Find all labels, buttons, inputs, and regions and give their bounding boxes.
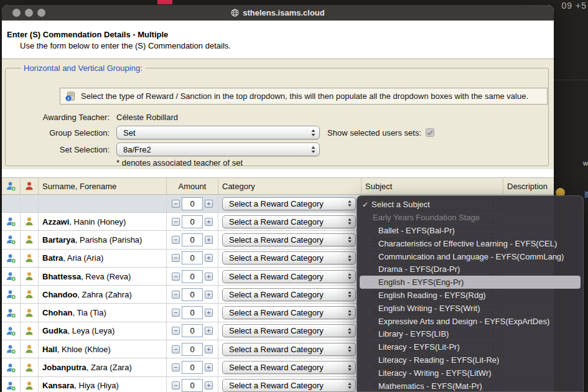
amount-input[interactable]: [182, 361, 203, 374]
category-select[interactable]: Select a Reward Category: [222, 324, 356, 337]
category-select[interactable]: Select a Reward Category: [222, 306, 356, 319]
amount-decrement-button[interactable]: −: [172, 309, 180, 317]
category-select[interactable]: Select a Reward Category: [222, 288, 356, 301]
student-forename: , Tia (Tia): [72, 308, 106, 317]
user-avatar-cell[interactable]: [21, 286, 39, 303]
subject-menu-item[interactable]: Ballet - EYFS(Bal-Pr): [357, 224, 584, 237]
user-avatar-cell[interactable]: [21, 250, 39, 267]
column-user-remove[interactable]: [21, 178, 39, 194]
user-avatar-cell[interactable]: [21, 358, 39, 376]
user-avatar-cell[interactable]: [21, 340, 39, 358]
student-forename: , Reva (Reva): [81, 272, 131, 281]
amount-input[interactable]: [182, 343, 203, 356]
user-avatar-cell[interactable]: [21, 322, 39, 340]
column-amount[interactable]: Amount: [167, 178, 218, 194]
subject-menu-item[interactable]: English Writing - EYFS(Writ): [357, 302, 584, 315]
user-avatar-cell[interactable]: [21, 213, 39, 230]
amount-decrement-button[interactable]: −: [172, 291, 180, 299]
show-sets-checkbox[interactable]: [426, 128, 434, 137]
column-name[interactable]: Surname, Forename: [39, 178, 167, 194]
amount-decrement-button[interactable]: −: [172, 363, 180, 371]
amount-increment-button[interactable]: +: [205, 309, 213, 317]
column-category[interactable]: Category: [218, 178, 362, 194]
category-select[interactable]: Select a Reward Category: [222, 233, 356, 246]
category-select[interactable]: Select a Reward Category: [222, 251, 356, 264]
subject-menu-item[interactable]: Literacy - Reading - EYFS(Lit-Re): [357, 353, 584, 366]
subject-menu-item[interactable]: Literacy - Writing - EYFS(LitWr): [357, 366, 584, 380]
amount-decrement-button[interactable]: −: [172, 273, 180, 281]
user-avatar-cell[interactable]: [21, 268, 39, 285]
column-user-add[interactable]: [2, 178, 21, 194]
user-add-cell[interactable]: [2, 340, 21, 358]
info-text: Select the type of Reward / Sanction in …: [81, 91, 528, 101]
subject-menu-item[interactable]: Mathematics - EYFS(Mat-Pr): [357, 380, 584, 392]
amount-increment-button[interactable]: +: [205, 381, 213, 390]
amount-input[interactable]: [182, 197, 203, 210]
titlebar[interactable]: sthelens.isams.cloud: [2, 5, 554, 21]
amount-increment-button[interactable]: +: [205, 291, 213, 299]
subject-menu-item[interactable]: Early Years Foundation Stage: [357, 211, 584, 224]
user-add-cell[interactable]: [2, 268, 21, 285]
amount-increment-button[interactable]: +: [205, 327, 213, 335]
amount-input[interactable]: [182, 306, 203, 319]
amount-decrement-button[interactable]: −: [172, 345, 180, 353]
amount-decrement-button[interactable]: −: [172, 218, 180, 226]
amount-increment-button[interactable]: +: [205, 236, 213, 244]
amount-increment-button[interactable]: +: [205, 218, 213, 226]
amount-decrement-button[interactable]: −: [172, 200, 180, 208]
amount-input[interactable]: [182, 288, 203, 301]
user-female-icon: [24, 344, 34, 354]
subject-menu-item[interactable]: Library - EYFS(LIB): [357, 328, 584, 341]
user-add-cell[interactable]: [2, 322, 21, 340]
group-selection-select[interactable]: Set: [116, 126, 320, 139]
student-forename: , Aria (Aria): [63, 253, 103, 263]
column-subject[interactable]: Subject: [362, 178, 503, 194]
user-add-cell[interactable]: [2, 304, 21, 321]
amount-increment-button[interactable]: +: [205, 363, 213, 371]
column-description[interactable]: Description: [503, 178, 554, 194]
user-add-cell[interactable]: [2, 377, 21, 392]
user-add-cell[interactable]: [2, 231, 21, 248]
amount-decrement-button[interactable]: −: [172, 254, 180, 262]
subject-menu-item[interactable]: Drama - EYFS(Dra-Pr): [357, 263, 584, 276]
user-add-cell[interactable]: [2, 250, 21, 267]
user-add-cell[interactable]: [2, 358, 21, 376]
subject-menu-item[interactable]: Expressive Arts and Design - EYFS(ExpArt…: [357, 315, 584, 328]
category-select[interactable]: Select a Reward Category: [222, 215, 356, 228]
category-select[interactable]: Select a Reward Category: [222, 379, 356, 392]
subject-menu-item[interactable]: English Reading - EYFS(Rdg): [357, 289, 584, 302]
amount-input[interactable]: [182, 379, 203, 392]
amount-decrement-button[interactable]: −: [172, 381, 180, 390]
amount-decrement-button[interactable]: −: [172, 236, 180, 244]
amount-input[interactable]: [182, 270, 203, 283]
category-select[interactable]: Select a Reward Category: [222, 361, 356, 374]
user-add-icon: [6, 271, 16, 281]
set-selection-select[interactable]: 8a/Fre2: [116, 142, 320, 156]
category-select[interactable]: Select a Reward Category: [222, 270, 356, 283]
amount-increment-button[interactable]: +: [205, 200, 213, 208]
subject-menu-item[interactable]: Characteristics of Effective Learning - …: [357, 237, 584, 250]
user-avatar-cell[interactable]: [21, 231, 39, 248]
category-select[interactable]: Select a Reward Category: [222, 197, 356, 210]
user-avatar-cell[interactable]: [21, 304, 39, 321]
amount-increment-button[interactable]: +: [205, 273, 213, 281]
user-avatar-cell[interactable]: [21, 377, 39, 392]
amount-input[interactable]: [182, 215, 203, 228]
background-link-fragment[interactable]: it: [585, 190, 588, 197]
amount-cell: −+: [167, 195, 218, 212]
amount-increment-button[interactable]: +: [205, 254, 213, 262]
user-add-cell[interactable]: [2, 286, 21, 303]
amount-input[interactable]: [182, 324, 203, 337]
subject-menu-item[interactable]: Literacy - EYFS(Lit-Pr): [357, 340, 584, 353]
subject-menu-item[interactable]: English - EYFS(Eng-Pr): [360, 276, 581, 289]
subject-menu-item[interactable]: ✓Select a Subject: [357, 198, 584, 212]
user-add-cell[interactable]: [2, 213, 21, 230]
amount-input[interactable]: [182, 233, 203, 246]
amount-increment-button[interactable]: +: [205, 345, 213, 353]
student-surname: Kansara: [42, 381, 74, 390]
amount-input[interactable]: [182, 251, 203, 264]
category-select[interactable]: Select a Reward Category: [222, 343, 356, 356]
amount-decrement-button[interactable]: −: [172, 327, 180, 335]
subject-menu-item[interactable]: Communication and Language - EYFS(CommLa…: [357, 250, 584, 263]
subject-dropdown-menu: ✓Select a SubjectEarly Years Foundation …: [357, 195, 584, 392]
